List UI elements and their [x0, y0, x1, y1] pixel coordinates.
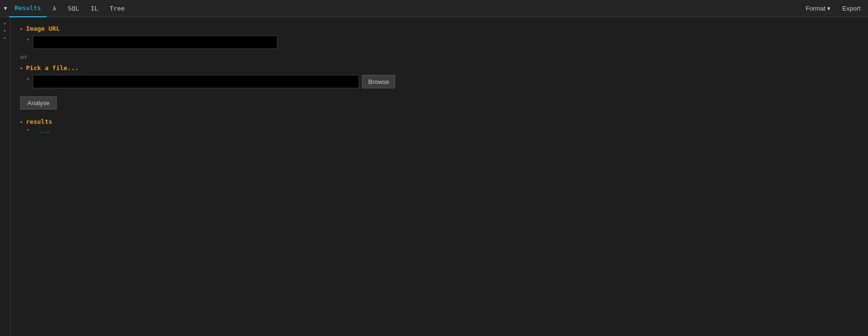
- analyse-row: Analyse: [20, 90, 858, 109]
- or-separator: or: [20, 53, 858, 60]
- results-label: results: [20, 118, 858, 125]
- sidebar-dot-2: [3, 26, 6, 34]
- tab-lambda[interactable]: λ: [47, 0, 62, 17]
- tab-sql[interactable]: SQL: [62, 0, 84, 17]
- content-area: Image URL or Pick a file... Browse Analy…: [11, 17, 868, 336]
- tab-tree[interactable]: Tree: [104, 0, 130, 17]
- results-section: results ...: [20, 118, 858, 135]
- pick-file-label: Pick a file...: [20, 64, 858, 72]
- export-button[interactable]: Export: [838, 3, 864, 14]
- tab-list: ▼ Results λ SQL IL Tree: [4, 0, 802, 17]
- file-input-row: Browse: [27, 74, 858, 89]
- sidebar-dot-1: [3, 19, 6, 26]
- tab-results[interactable]: Results: [9, 0, 47, 17]
- left-sidebar: [0, 17, 11, 336]
- tab-il[interactable]: IL: [85, 0, 104, 17]
- format-button[interactable]: Format ▾: [802, 3, 834, 14]
- file-path-input[interactable]: [33, 75, 359, 88]
- tab-collapse-arrow[interactable]: ▼: [4, 5, 7, 12]
- results-sub-item: ...: [27, 125, 858, 135]
- tab-bar-actions: Format ▾ Export: [802, 3, 864, 14]
- browse-button[interactable]: Browse: [362, 75, 395, 88]
- image-url-label: Image URL: [20, 25, 858, 32]
- image-url-input[interactable]: [33, 36, 277, 49]
- tab-bar: ▼ Results λ SQL IL Tree Format ▾ Export: [0, 0, 868, 17]
- main-area: Image URL or Pick a file... Browse Analy…: [0, 17, 868, 336]
- url-input-row: [27, 35, 858, 49]
- analyse-button[interactable]: Analyse: [20, 96, 57, 109]
- sidebar-dot-3: [3, 34, 6, 41]
